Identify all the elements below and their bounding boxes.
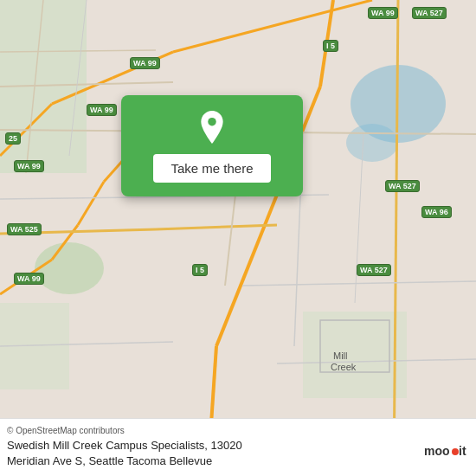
road-badge-wa525: WA 525	[7, 223, 42, 235]
road-badge-i25: 25	[5, 132, 21, 145]
svg-rect-4	[303, 312, 407, 398]
road-badge-i5-top: I 5	[323, 40, 338, 52]
location-pin-icon	[196, 111, 228, 144]
road-badge-i5-mid: I 5	[192, 264, 208, 276]
popup-card: Take me there	[121, 95, 303, 196]
map-container: Mill Creek WA 99 WA 527 WA 99 WA 99 WA 9…	[0, 0, 476, 476]
location-text: Swedish Mill Creek Campus Specialists, 1…	[7, 438, 424, 469]
svg-line-18	[156, 225, 277, 229]
road-badge-wa99-top: WA 99	[368, 7, 398, 19]
svg-line-12	[173, 0, 372, 52]
road-badge-wa527-mid: WA 527	[385, 180, 420, 192]
road-badge-wa99-mid: WA 99	[87, 104, 117, 116]
map-attribution: © OpenStreetMap contributors	[7, 426, 424, 435]
svg-text:Mill: Mill	[333, 351, 348, 361]
moovit-logo: moo it	[424, 436, 469, 467]
info-bar: © OpenStreetMap contributors Swedish Mil…	[0, 418, 476, 476]
svg-line-31	[355, 134, 363, 303]
road-badge-wa527-top: WA 527	[412, 7, 447, 19]
svg-text:moo: moo	[424, 444, 450, 458]
road-badge-wa99-left: WA 99	[14, 160, 44, 172]
road-badge-wa99-lower: WA 99	[14, 273, 44, 285]
map-roads: Mill Creek	[0, 0, 476, 476]
svg-point-35	[208, 118, 216, 126]
svg-point-3	[346, 124, 398, 162]
svg-point-1	[35, 242, 104, 294]
road-badge-wa527-lower: WA 527	[357, 264, 391, 276]
svg-text:Creek: Creek	[331, 362, 357, 372]
road-badge-wa96: WA 96	[421, 206, 452, 218]
svg-point-37	[452, 448, 459, 455]
svg-text:it: it	[459, 444, 466, 458]
take-me-there-button[interactable]: Take me there	[153, 154, 270, 183]
svg-line-15	[78, 182, 104, 225]
svg-line-24	[242, 281, 476, 286]
road-badge-wa99-top-left: WA 99	[130, 57, 160, 69]
